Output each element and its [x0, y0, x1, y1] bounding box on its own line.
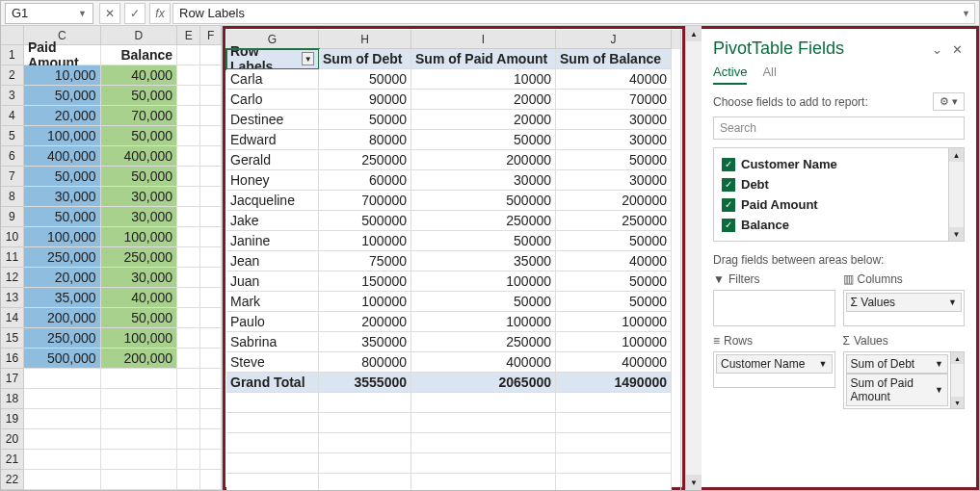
fx-icon[interactable]: fx: [149, 3, 171, 24]
tab-active[interactable]: Active: [713, 65, 747, 85]
pivot-row-label[interactable]: Destinee: [226, 110, 319, 130]
columns-area[interactable]: ▥Columns Σ Values▼: [843, 272, 966, 326]
col-header-e[interactable]: E: [177, 26, 200, 45]
row-header[interactable]: 8: [1, 187, 24, 207]
row-header[interactable]: 11: [1, 247, 24, 268]
row-header[interactable]: 21: [1, 450, 24, 470]
cell[interactable]: 50,000: [101, 86, 178, 106]
pivot-cell[interactable]: 30000: [556, 110, 672, 130]
pivot-cell[interactable]: 250000: [411, 211, 556, 231]
cell[interactable]: 50,000: [101, 308, 178, 328]
close-icon[interactable]: ✕: [952, 42, 963, 57]
row-header[interactable]: 4: [1, 106, 24, 126]
pivot-cell[interactable]: 50000: [411, 292, 556, 312]
pivot-cell[interactable]: 400000: [411, 352, 556, 373]
pivot-cell[interactable]: 100000: [411, 312, 556, 332]
pivot-cell[interactable]: 20000: [411, 110, 556, 130]
search-input[interactable]: Search: [713, 116, 965, 140]
pivot-row-label[interactable]: Carla: [226, 69, 319, 90]
pivot-cell[interactable]: 50000: [556, 150, 672, 170]
pivot-cell[interactable]: 250000: [319, 150, 411, 170]
pivot-row-label[interactable]: Carlo: [226, 90, 319, 110]
pivot-cell[interactable]: 200000: [411, 150, 556, 170]
filters-area[interactable]: ▼Filters: [713, 272, 835, 326]
header-paid[interactable]: Paid Amount: [24, 45, 101, 65]
pivot-cell[interactable]: 50000: [411, 130, 556, 150]
row-header[interactable]: 15: [1, 328, 24, 349]
pivot-row-label[interactable]: Jake: [226, 211, 319, 231]
pivot-cell[interactable]: 30000: [556, 170, 672, 191]
cell[interactable]: 30,000: [101, 207, 178, 227]
scroll-down-icon[interactable]: ▼: [949, 227, 964, 241]
pivot-cell[interactable]: 20000: [411, 90, 556, 110]
scroll-down-icon[interactable]: ▼: [686, 475, 702, 490]
row-header[interactable]: 14: [1, 308, 24, 328]
grand-total-cell[interactable]: 2065000: [411, 373, 556, 393]
pivot-header[interactable]: Sum of Balance: [556, 49, 672, 69]
pivot-cell[interactable]: 50000: [319, 69, 411, 90]
cell[interactable]: 50,000: [24, 207, 101, 227]
row-header[interactable]: 5: [1, 126, 24, 146]
pivot-cell[interactable]: 500000: [411, 191, 556, 211]
cell[interactable]: 40,000: [101, 288, 178, 308]
cell[interactable]: 30,000: [101, 187, 178, 207]
scroll-up-icon[interactable]: ▲: [951, 352, 964, 364]
pivot-cell[interactable]: 40000: [556, 69, 672, 90]
value-pill[interactable]: Sum of Debt▼: [846, 354, 949, 374]
cell[interactable]: 200,000: [101, 349, 178, 369]
pivot-row-label[interactable]: Juan: [226, 271, 319, 292]
value-pill[interactable]: Sum of Paid Amount▼: [846, 374, 949, 406]
pivot-cell[interactable]: 90000: [319, 90, 411, 110]
pivot-cell[interactable]: 250000: [411, 332, 556, 352]
cell[interactable]: 250,000: [101, 247, 178, 268]
pivot-cell[interactable]: 30000: [411, 170, 556, 191]
pivot-cell[interactable]: 100000: [411, 271, 556, 292]
row-header[interactable]: 18: [1, 389, 24, 409]
pivot-row-label[interactable]: Sabrina: [226, 332, 319, 352]
pivot-row-label[interactable]: Honey: [226, 170, 319, 191]
scroll-up-icon[interactable]: ▲: [686, 26, 702, 41]
field-item[interactable]: ✓Debt: [718, 174, 960, 194]
scroll-down-icon[interactable]: ▼: [951, 397, 964, 408]
pivot-row-label[interactable]: Edward: [226, 130, 319, 150]
cell[interactable]: 40,000: [101, 65, 178, 86]
pivot-row-label[interactable]: Paulo: [226, 312, 319, 332]
checkbox-icon[interactable]: ✓: [722, 219, 735, 232]
pivot-cell[interactable]: 350000: [319, 332, 411, 352]
values-area[interactable]: ΣValues Sum of Debt▼Sum of Paid Amount▼ …: [843, 334, 966, 409]
pivot-cell[interactable]: 40000: [556, 251, 672, 271]
cell[interactable]: 30,000: [24, 187, 101, 207]
pivot-cell[interactable]: 100000: [556, 312, 672, 332]
pivot-cell[interactable]: 800000: [319, 352, 411, 373]
row-header[interactable]: 17: [1, 369, 24, 389]
cell[interactable]: 200,000: [24, 308, 101, 328]
rows-area[interactable]: ≡Rows Customer Name▼: [713, 334, 835, 409]
chevron-down-icon[interactable]: ▼: [78, 9, 87, 18]
cell[interactable]: 35,000: [24, 288, 101, 308]
field-item[interactable]: ✓Customer Name: [718, 154, 960, 174]
row-header[interactable]: 19: [1, 409, 24, 429]
pivot-row-label[interactable]: Jean: [226, 251, 319, 271]
cell[interactable]: 500,000: [24, 349, 101, 369]
chevron-down-icon[interactable]: ▼: [935, 385, 943, 395]
col-header-f[interactable]: F: [200, 26, 222, 45]
chevron-down-icon[interactable]: ▼: [935, 359, 943, 369]
pivot-cell[interactable]: 50000: [556, 231, 672, 251]
row-header[interactable]: 20: [1, 429, 24, 450]
field-item[interactable]: ✓Paid Amount: [718, 194, 960, 215]
tab-all[interactable]: All: [762, 65, 776, 85]
pivot-row-label[interactable]: Steve: [226, 352, 319, 373]
row-header[interactable]: 16: [1, 349, 24, 369]
row-header[interactable]: 9: [1, 207, 24, 227]
pivot-row-label[interactable]: Gerald: [226, 150, 319, 170]
cell[interactable]: 50,000: [101, 126, 178, 146]
checkbox-icon[interactable]: ✓: [722, 178, 735, 192]
col-header-h[interactable]: H: [319, 30, 411, 49]
gear-icon[interactable]: ⚙ ▾: [933, 92, 965, 111]
row-header[interactable]: 10: [1, 227, 24, 247]
cell[interactable]: 20,000: [24, 268, 101, 288]
columns-pill[interactable]: Σ Values▼: [846, 293, 963, 312]
pivot-cell[interactable]: 100000: [319, 292, 411, 312]
values-scrollbar[interactable]: ▲ ▼: [950, 352, 964, 408]
chevron-down-icon[interactable]: ⌄: [932, 42, 942, 57]
